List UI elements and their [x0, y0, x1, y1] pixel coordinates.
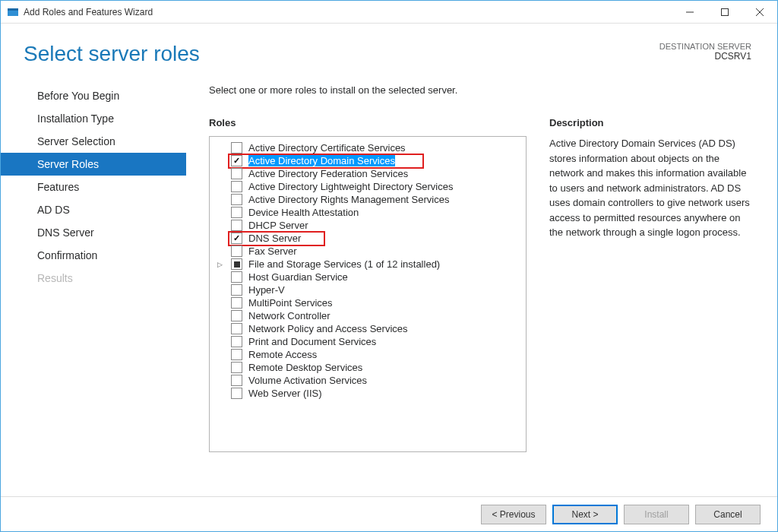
role-label: DHCP Server — [248, 220, 308, 231]
sidebar-item-confirmation[interactable]: Confirmation — [1, 244, 186, 267]
role-label: Remote Desktop Services — [248, 362, 362, 373]
checkbox[interactable] — [231, 271, 242, 283]
instruction: Select one or more roles to install on t… — [209, 84, 764, 96]
checkbox[interactable] — [231, 194, 242, 205]
role-label: Print and Document Services — [248, 336, 376, 347]
sidebar: Before You BeginInstallation TypeServer … — [1, 80, 186, 496]
header: Select server roles DESTINATION SERVER D… — [1, 24, 777, 80]
sidebar-item-server-selection[interactable]: Server Selection — [1, 130, 186, 153]
role-item[interactable]: Remote Desktop Services — [211, 361, 524, 374]
next-button[interactable]: Next > — [552, 505, 618, 524]
role-label: Active Directory Rights Management Servi… — [248, 194, 449, 205]
svg-rect-1 — [8, 8, 18, 11]
wizard-window: Add Roles and Features Wizard Select ser… — [0, 0, 778, 532]
role-item[interactable]: Print and Document Services — [211, 335, 524, 348]
roles-column: Roles Active Directory Certificate Servi… — [209, 117, 527, 496]
role-label: DNS Server — [248, 233, 301, 244]
cancel-button[interactable]: Cancel — [695, 505, 761, 524]
role-label: Active Directory Lightweight Directory S… — [248, 181, 453, 192]
roles-box: Active Directory Certificate ServicesAct… — [209, 136, 527, 452]
role-label: Fax Server — [248, 245, 297, 257]
role-item[interactable]: Web Server (IIS) — [211, 387, 524, 400]
checkbox[interactable] — [231, 220, 242, 231]
checkbox[interactable] — [231, 245, 242, 257]
role-label: File and Storage Services (1 of 12 insta… — [248, 258, 440, 270]
checkbox[interactable] — [231, 155, 242, 166]
destination-block: DESTINATION SERVER DCSRV1 — [659, 42, 751, 66]
columns: Roles Active Directory Certificate Servi… — [209, 117, 764, 496]
role-item[interactable]: Active Directory Certificate Services — [211, 141, 524, 154]
svg-rect-3 — [722, 8, 729, 15]
role-item[interactable]: Remote Access — [211, 348, 524, 361]
role-item[interactable]: MultiPoint Services — [211, 296, 524, 309]
close-button[interactable] — [742, 1, 777, 24]
role-label: Active Directory Domain Services — [248, 155, 395, 166]
role-label: Host Guardian Service — [248, 271, 348, 283]
role-item[interactable]: ▷File and Storage Services (1 of 12 inst… — [211, 258, 524, 271]
sidebar-item-installation-type[interactable]: Installation Type — [1, 107, 186, 130]
description-column: Description Active Directory Domain Serv… — [549, 117, 754, 496]
body: Before You BeginInstallation TypeServer … — [1, 80, 777, 496]
checkbox[interactable] — [231, 207, 242, 218]
install-button: Install — [624, 505, 689, 524]
checkbox[interactable] — [231, 297, 242, 309]
checkbox[interactable] — [231, 362, 242, 373]
role-item[interactable]: Active Directory Domain Services — [211, 154, 524, 167]
sidebar-item-results: Results — [1, 267, 186, 290]
role-item[interactable]: Network Policy and Access Services — [211, 322, 524, 335]
role-label: Volume Activation Services — [248, 375, 367, 386]
minimize-button[interactable] — [672, 1, 707, 24]
expand-icon[interactable]: ▷ — [217, 261, 223, 268]
role-label: Network Policy and Access Services — [248, 323, 408, 334]
description-text: Active Directory Domain Services (AD DS)… — [549, 136, 754, 240]
role-item[interactable]: Device Health Attestation — [211, 206, 524, 219]
role-item[interactable]: DNS Server — [211, 232, 524, 245]
sidebar-item-server-roles[interactable]: Server Roles — [1, 153, 186, 176]
checkbox[interactable] — [231, 336, 242, 347]
main: Select one or more roles to install on t… — [186, 80, 777, 496]
role-item[interactable]: Active Directory Federation Services — [211, 167, 524, 180]
destination-value: DCSRV1 — [659, 51, 751, 62]
checkbox[interactable] — [231, 142, 242, 154]
maximize-button[interactable] — [707, 1, 742, 24]
role-item[interactable]: Volume Activation Services — [211, 374, 524, 387]
roles-list[interactable]: Active Directory Certificate ServicesAct… — [210, 137, 526, 451]
roles-heading: Roles — [209, 117, 527, 128]
footer: < Previous Next > Install Cancel — [1, 496, 777, 531]
checkbox[interactable] — [231, 233, 242, 244]
role-label: Web Server (IIS) — [248, 388, 322, 399]
role-item[interactable]: Network Controller — [211, 309, 524, 322]
sidebar-item-features[interactable]: Features — [1, 176, 186, 198]
checkbox[interactable] — [231, 388, 242, 399]
role-item[interactable]: Fax Server — [211, 245, 524, 258]
checkbox[interactable] — [231, 310, 242, 321]
page-title: Select server roles — [24, 42, 200, 66]
role-label: Device Health Attestation — [248, 207, 359, 218]
role-item[interactable]: Hyper-V — [211, 283, 524, 296]
role-item[interactable]: Active Directory Lightweight Directory S… — [211, 180, 524, 193]
role-label: Active Directory Federation Services — [248, 168, 408, 179]
role-label: Network Controller — [248, 310, 330, 321]
checkbox[interactable] — [231, 323, 242, 334]
role-label: Active Directory Certificate Services — [248, 142, 406, 154]
role-item[interactable]: Active Directory Rights Management Servi… — [211, 193, 524, 206]
checkbox[interactable] — [231, 349, 242, 360]
sidebar-item-before-you-begin[interactable]: Before You Begin — [1, 84, 186, 107]
checkbox[interactable] — [231, 284, 242, 296]
checkbox[interactable] — [231, 258, 242, 270]
role-item[interactable]: DHCP Server — [211, 219, 524, 232]
sidebar-item-ad-ds[interactable]: AD DS — [1, 198, 186, 221]
destination-label: DESTINATION SERVER — [659, 42, 751, 51]
checkbox[interactable] — [231, 168, 242, 179]
app-icon — [7, 6, 19, 18]
previous-button[interactable]: < Previous — [481, 505, 546, 524]
role-label: MultiPoint Services — [248, 297, 333, 309]
role-label: Remote Access — [248, 349, 317, 360]
sidebar-item-dns-server[interactable]: DNS Server — [1, 221, 186, 244]
checkbox[interactable] — [231, 181, 242, 192]
role-label: Hyper-V — [248, 284, 285, 296]
titlebar: Add Roles and Features Wizard — [1, 1, 777, 24]
role-item[interactable]: Host Guardian Service — [211, 271, 524, 283]
checkbox[interactable] — [231, 375, 242, 386]
description-heading: Description — [549, 117, 754, 128]
